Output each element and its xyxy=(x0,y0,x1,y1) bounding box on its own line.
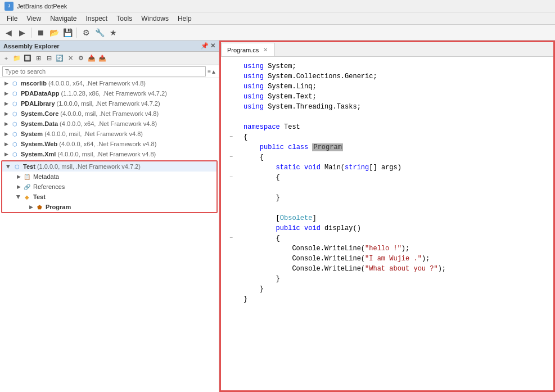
tree-label-test-namespace: Test xyxy=(33,193,46,200)
tree-item-system-data[interactable]: ▶ ⬡ System.Data (4.0.0.0, x64, .Net Fram… xyxy=(0,119,219,129)
menu-navigate[interactable]: Navigate xyxy=(46,13,81,24)
tree-label-system: System (4.0.0.0, msil, .Net Framework v4… xyxy=(21,130,143,137)
tree-arrow-system-xml[interactable]: ▶ xyxy=(2,150,10,158)
remove-button[interactable]: ✕ xyxy=(65,53,75,64)
tree-arrow-system[interactable]: ▶ xyxy=(2,130,10,138)
menu-file[interactable]: File xyxy=(2,13,22,24)
tree-label-mscorlib: mscorlib (4.0.0.0, x64, .Net Framework v… xyxy=(21,80,146,87)
tree-item-metadata[interactable]: ▶ 📋 Metadata xyxy=(2,172,216,182)
assembly-icon-system-core: ⬡ xyxy=(10,109,19,118)
expand-all-button[interactable]: ⊞ xyxy=(33,53,43,64)
code-content-3: using System.Linq; xyxy=(243,82,549,92)
search-expand-icon[interactable]: ▲ xyxy=(211,69,216,75)
tree-arrow-references[interactable]: ▶ xyxy=(15,183,22,191)
tab-close-button[interactable]: ✕ xyxy=(262,47,269,53)
line-gutter-8: − xyxy=(225,132,237,142)
fold-indicator-8[interactable]: − xyxy=(229,132,233,142)
add-assembly-button[interactable]: + xyxy=(1,53,11,64)
code-line-7: namespace Test xyxy=(223,122,551,132)
import-button[interactable]: 📥 xyxy=(87,53,97,64)
open-button[interactable]: 📂 xyxy=(48,26,60,39)
settings2-button[interactable]: ⚙ xyxy=(76,53,86,64)
menu-windows[interactable]: Windows xyxy=(137,13,173,24)
fold-indicator-12[interactable]: − xyxy=(229,173,233,183)
tree-arrow-metadata[interactable]: ▶ xyxy=(15,173,22,181)
menu-tools[interactable]: Tools xyxy=(112,13,137,24)
tab-program-cs[interactable]: Program.cs ✕ xyxy=(221,43,275,56)
tree-item-mscorlib[interactable]: ▶ ⬡ mscorlib (4.0.0.0, x64, .Net Framewo… xyxy=(0,78,219,88)
fold-indicator-10[interactable]: − xyxy=(229,152,233,163)
close-icon[interactable]: ✕ xyxy=(210,42,215,49)
menu-help[interactable]: Help xyxy=(173,13,196,24)
assembly-icon-test: ⬡ xyxy=(12,162,21,171)
tree-item-program[interactable]: ▶ ⬟ Program xyxy=(2,202,216,212)
stop-button[interactable]: ⏹ xyxy=(34,26,47,39)
tree-label-references: References xyxy=(33,183,65,190)
tree-item-system[interactable]: ▶ ⬡ System (4.0.0.0, msil, .Net Framewor… xyxy=(0,129,219,139)
back-button[interactable]: ◀ xyxy=(2,26,15,39)
tree-item-system-web[interactable]: ▶ ⬡ System.Web (4.0.0.0, x64, .Net Frame… xyxy=(0,139,219,149)
search-input[interactable] xyxy=(2,66,206,76)
title-bar: J JetBrains dotPeek xyxy=(0,0,555,12)
sidebar-toolbar: + 📁 🔲 ⊞ ⊟ 🔄 ✕ ⚙ 📥 📤 xyxy=(0,52,219,65)
line-gutter-10: − xyxy=(225,152,237,163)
app-icon: J xyxy=(4,2,13,11)
sync-button[interactable]: 🔄 xyxy=(55,53,65,64)
code-pane: Program.cs ✕ using System; using System.… xyxy=(219,40,555,392)
tree-arrow-system-web[interactable]: ▶ xyxy=(2,140,10,148)
filter-button[interactable]: 🔲 xyxy=(22,53,33,64)
tree-item-system-xml[interactable]: ▶ ⬡ System.Xml (4.0.0.0, msil, .Net Fram… xyxy=(0,149,219,159)
menu-bar: File View Navigate Inspect Tools Windows… xyxy=(0,12,555,25)
code-content-12: { xyxy=(243,173,549,183)
tree-arrow-system-data[interactable]: ▶ xyxy=(2,120,10,128)
pin-icon[interactable]: 📌 xyxy=(201,42,209,49)
tree-item-test[interactable]: ▶ ⬡ Test (1.0.0.0, msil, .Net Framework … xyxy=(2,161,216,172)
tree-arrow-pdalibrary[interactable]: ▶ xyxy=(2,100,10,107)
tree-arrow-test[interactable]: ▶ xyxy=(4,163,12,170)
open-folder-button[interactable]: 📁 xyxy=(12,53,22,64)
code-content-15 xyxy=(243,203,549,213)
tree-arrow-program[interactable]: ▶ xyxy=(27,203,35,211)
tree-arrow-pdadataapp[interactable]: ▶ xyxy=(2,89,10,97)
code-line-13 xyxy=(223,183,551,193)
save-button[interactable]: 💾 xyxy=(61,26,74,39)
tree-item-test-namespace[interactable]: ▶ ◆ Test xyxy=(2,192,216,202)
collapse-all-button[interactable]: ⊟ xyxy=(44,53,54,64)
menu-inspect[interactable]: Inspect xyxy=(82,13,112,24)
sidebar-title: Assembly Explorer xyxy=(3,43,60,49)
code-content-11: static void Main(string[] args) xyxy=(243,163,549,173)
code-content-9: public class Program xyxy=(243,142,549,152)
code-content-19: Console.WriteLine("hello !"); xyxy=(243,244,549,254)
tree-arrow-system-core[interactable]: ▶ xyxy=(2,110,10,118)
tree-item-pdalibrary[interactable]: ▶ ⬡ PDALibrary (1.0.0.0, msil, .Net Fram… xyxy=(0,98,219,109)
export-button[interactable]: 📤 xyxy=(97,53,107,64)
tree-item-system-core[interactable]: ▶ ⬡ System.Core (4.0.0.0, msil, .Net Fra… xyxy=(0,109,219,119)
code-line-18: − { xyxy=(223,233,551,244)
assembly-explorer: Assembly Explorer 📌 ✕ + 📁 🔲 ⊞ ⊟ 🔄 ✕ ⚙ 📥 … xyxy=(0,40,219,392)
tool-button[interactable]: 🔧 xyxy=(93,26,106,39)
code-content-7: namespace Test xyxy=(243,122,549,132)
code-content-17: public void display() xyxy=(243,223,549,233)
code-editor[interactable]: using System; using System.Collections.G… xyxy=(221,57,553,390)
code-content-6 xyxy=(243,112,549,122)
code-line-9: public class Program xyxy=(223,142,551,152)
code-line-23: } xyxy=(223,284,551,294)
tree-arrow-mscorlib[interactable]: ▶ xyxy=(2,79,10,87)
tab-bar: Program.cs ✕ xyxy=(221,42,553,57)
settings-button[interactable]: ⚙ xyxy=(80,26,92,39)
code-content-8: { xyxy=(243,132,549,142)
class-icon-program: ⬟ xyxy=(35,202,44,211)
forward-button[interactable]: ▶ xyxy=(16,26,28,39)
code-content-21: Console.WriteLine("What about you ?"); xyxy=(243,264,549,274)
star-button[interactable]: ★ xyxy=(107,26,119,39)
tree-label-metadata: Metadata xyxy=(33,173,59,180)
tree-item-pdadataapp[interactable]: ▶ ⬡ PDADataApp (1.1.0.28, x86, .Net Fram… xyxy=(0,88,219,98)
tree-item-references[interactable]: ▶ 🔗 References xyxy=(2,182,216,192)
code-line-17: public void display() xyxy=(223,223,551,233)
sidebar-header: Assembly Explorer 📌 ✕ xyxy=(0,40,219,52)
fold-indicator-18[interactable]: − xyxy=(229,233,233,244)
code-line-21: Console.WriteLine("What about you ?"); xyxy=(223,264,551,274)
code-content-20: Console.WriteLine("I am Wujie ."); xyxy=(243,254,549,264)
menu-view[interactable]: View xyxy=(22,13,46,24)
tree-arrow-test-namespace[interactable]: ▶ xyxy=(15,193,22,201)
